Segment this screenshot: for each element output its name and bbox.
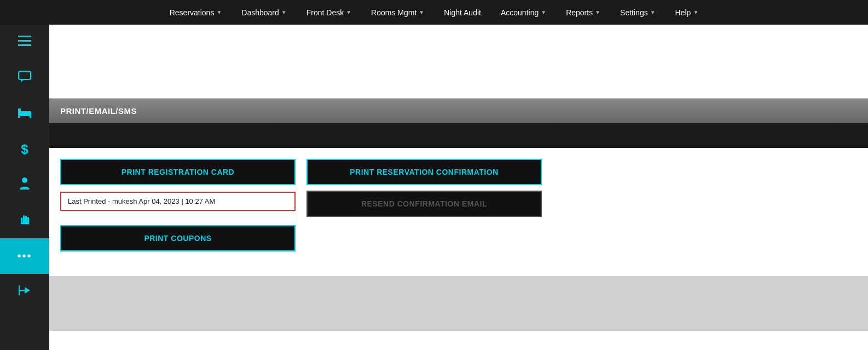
nav-help-label: Help [675, 8, 691, 17]
nav-frontdesk-arrow: ▼ [346, 9, 351, 15]
nav-reports-arrow: ▼ [595, 9, 600, 15]
buttons-area: PRINT REGISTRATION CARD Last Printed - m… [49, 148, 868, 276]
print-registration-card-button[interactable]: PRINT REGISTRATION CARD [60, 159, 296, 185]
nav-reservations-arrow: ▼ [216, 9, 222, 15]
nav-reservations-label: Reservations [170, 8, 215, 17]
nav-reports[interactable]: Reports ▼ [556, 0, 610, 25]
nav-dashboard-label: Dashboard [241, 8, 279, 17]
svg-rect-13 [25, 216, 27, 224]
svg-rect-12 [23, 215, 25, 224]
section-header: PRINT/EMAIL/SMS [49, 99, 868, 123]
bottom-gray-area [49, 276, 868, 331]
section-title: PRINT/EMAIL/SMS [60, 106, 137, 116]
nav-frontdesk[interactable]: Front Desk ▼ [297, 0, 361, 25]
print-reservation-confirmation-button[interactable]: PRINT RESERVATION CONFIRMATION [306, 159, 542, 185]
svg-rect-9 [18, 113, 31, 114]
svg-rect-8 [30, 116, 31, 118]
svg-rect-0 [18, 36, 31, 37]
main-content: PRINT/EMAIL/SMS PRINT REGISTRATION CARD … [49, 25, 868, 350]
svg-rect-7 [18, 116, 20, 118]
menu-icon [18, 36, 31, 50]
dollar-icon: $ [21, 142, 28, 157]
nav-settings-arrow: ▼ [650, 9, 656, 15]
nav-roomsmgmt[interactable]: Rooms Mgmt ▼ [361, 0, 434, 25]
nav-items-container: Reservations ▼ Dashboard ▼ Front Desk ▼ … [5, 0, 863, 25]
nav-nightaudit[interactable]: Night Audit [434, 0, 491, 25]
more-icon: ••• [17, 250, 32, 262]
nav-frontdesk-label: Front Desk [306, 8, 344, 17]
sidebar-item-hand[interactable] [0, 203, 49, 238]
nav-roomsmgmt-arrow: ▼ [419, 9, 424, 15]
bottom-button-row: PRINT COUPONS [60, 225, 857, 251]
nav-settings[interactable]: Settings ▼ [610, 0, 666, 25]
nav-nightaudit-label: Night Audit [444, 8, 481, 17]
last-printed-info: Last Printed - mukesh Apr 04, 2023 | 10:… [60, 192, 296, 211]
svg-rect-6 [18, 108, 21, 112]
svg-rect-1 [18, 40, 31, 42]
svg-rect-2 [18, 44, 31, 46]
nav-reservations[interactable]: Reservations ▼ [160, 0, 232, 25]
sidebar-item-exit[interactable] [0, 274, 49, 309]
nav-dashboard[interactable]: Dashboard ▼ [232, 0, 296, 25]
top-white-area [49, 25, 868, 99]
sidebar-item-person[interactable] [0, 167, 49, 203]
sidebar-item-menu[interactable] [0, 25, 49, 60]
nav-accounting[interactable]: Accounting ▼ [491, 0, 556, 25]
print-coupons-button[interactable]: PRINT COUPONS [60, 225, 296, 251]
svg-rect-18 [19, 285, 20, 295]
sidebar: $ ••• [0, 25, 49, 350]
sidebar-item-bed[interactable] [0, 96, 49, 131]
svg-rect-3 [19, 71, 31, 79]
svg-marker-4 [21, 79, 24, 82]
nav-help-arrow: ▼ [693, 9, 698, 15]
exit-icon [18, 285, 31, 299]
nav-accounting-arrow: ▼ [541, 9, 546, 15]
coupons-button-group: PRINT COUPONS [60, 225, 296, 251]
top-navigation: Reservations ▼ Dashboard ▼ Front Desk ▼ … [0, 0, 868, 25]
nav-accounting-label: Accounting [501, 8, 539, 17]
person-icon [19, 177, 30, 193]
left-button-group: PRINT REGISTRATION CARD Last Printed - m… [60, 159, 296, 211]
nav-help[interactable]: Help ▼ [666, 0, 709, 25]
svg-rect-15 [21, 223, 29, 224]
right-button-group: PRINT RESERVATION CONFIRMATION RESEND CO… [306, 159, 542, 217]
nav-dashboard-arrow: ▼ [281, 9, 287, 15]
sidebar-item-chat[interactable] [0, 60, 49, 96]
resend-confirmation-email-button[interactable]: RESEND CONFIRMATION EMAIL [306, 191, 542, 217]
dark-bar [49, 123, 868, 148]
nav-roomsmgmt-label: Rooms Mgmt [371, 8, 416, 17]
sidebar-item-dollar[interactable]: $ [0, 131, 49, 167]
chat-icon [18, 71, 31, 86]
bed-icon [18, 107, 32, 121]
nav-reports-label: Reports [566, 8, 593, 17]
svg-point-10 [22, 177, 27, 183]
svg-marker-17 [25, 287, 30, 294]
sidebar-item-more[interactable]: ••• [0, 238, 49, 274]
hand-icon [19, 212, 30, 229]
top-button-row: PRINT REGISTRATION CARD Last Printed - m… [60, 159, 857, 217]
nav-settings-label: Settings [620, 8, 648, 17]
